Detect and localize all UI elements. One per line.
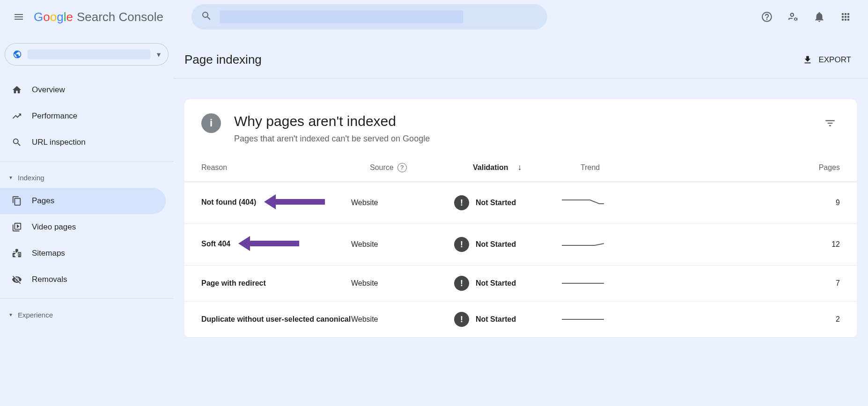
trend-sparkline: [562, 278, 641, 289]
sidebar-item-overview[interactable]: Overview: [0, 77, 166, 103]
card-title: Why pages aren't indexed: [234, 113, 820, 129]
alert-icon: !: [454, 237, 469, 252]
table-row[interactable]: Page with redirect Website ! Not Started…: [184, 266, 857, 302]
bell-icon: [813, 11, 825, 23]
notifications-button[interactable]: [808, 6, 831, 28]
reason-label: Duplicate without user-selected canonica…: [201, 315, 351, 324]
alert-icon: !: [454, 312, 469, 327]
menu-icon: [13, 11, 24, 22]
column-validation[interactable]: Validation ↓: [473, 162, 581, 172]
sidebar: ▾ Overview Performance URL inspection ▾ …: [0, 34, 173, 406]
users-settings-button[interactable]: [782, 6, 804, 28]
table-row[interactable]: Soft 404 Website ! Not Started 12: [184, 224, 857, 266]
sitemap-icon: [11, 248, 22, 258]
trend-sparkline: [562, 197, 641, 208]
pages-count: 9: [641, 199, 840, 207]
source-label: Website: [351, 315, 454, 324]
indexing-reasons-card: i Why pages aren't indexed Pages that ar…: [184, 99, 857, 338]
trend-sparkline: [562, 314, 641, 325]
search-icon: [11, 137, 22, 148]
validation-status: ! Not Started: [454, 276, 562, 291]
search-bar[interactable]: [191, 4, 547, 30]
section-header-experience[interactable]: ▾ Experience: [0, 304, 173, 325]
sidebar-item-label: Removals: [32, 275, 67, 284]
chevron-down-icon: ▾: [9, 311, 12, 318]
export-button[interactable]: EXPORT: [802, 55, 851, 65]
sidebar-item-label: URL inspection: [32, 138, 86, 147]
person-gear-icon: [787, 11, 799, 23]
chevron-down-icon: ▾: [9, 174, 12, 181]
globe-icon: [13, 50, 22, 59]
sidebar-item-sitemaps[interactable]: Sitemaps: [0, 240, 166, 266]
home-icon: [11, 85, 22, 95]
sidebar-item-label: Video pages: [32, 222, 76, 232]
section-label: Experience: [18, 311, 53, 319]
main-content: Page indexing EXPORT i Why pages aren't …: [173, 34, 868, 406]
sort-arrow-icon: ↓: [518, 162, 522, 172]
sidebar-item-label: Overview: [32, 85, 65, 95]
dropdown-icon: ▾: [157, 50, 161, 59]
sidebar-item-url-inspection[interactable]: URL inspection: [0, 129, 166, 155]
annotation-arrow: [264, 192, 325, 213]
section-label: Indexing: [18, 174, 44, 182]
pages-icon: [11, 196, 22, 206]
hamburger-menu-button[interactable]: [7, 6, 30, 28]
apps-button[interactable]: [834, 6, 857, 28]
export-label: EXPORT: [818, 55, 851, 65]
video-icon: [11, 222, 22, 232]
sidebar-item-label: Pages: [32, 196, 54, 206]
help-icon: [761, 11, 773, 23]
reason-label: Soft 404: [201, 240, 230, 248]
table-row[interactable]: Not found (404) Website ! Not Started 9: [184, 182, 857, 224]
pages-count: 7: [641, 279, 840, 288]
help-button[interactable]: [756, 6, 778, 28]
app-header: Google Search Console: [0, 0, 868, 34]
product-name: Search Console: [77, 10, 163, 24]
trend-sparkline: [562, 239, 641, 250]
info-icon: i: [201, 113, 221, 133]
validation-status: ! Not Started: [454, 237, 562, 252]
source-label: Website: [351, 279, 454, 288]
filter-button[interactable]: [820, 113, 840, 135]
column-pages[interactable]: Pages: [660, 163, 840, 172]
search-input-redacted[interactable]: [220, 10, 463, 23]
property-selector[interactable]: ▾: [5, 43, 169, 66]
alert-icon: !: [454, 276, 469, 291]
source-label: Website: [351, 199, 454, 207]
visibility-off-icon: [11, 274, 22, 285]
reason-label: Not found (404): [201, 198, 256, 206]
sidebar-item-label: Performance: [32, 111, 77, 121]
reasons-table: Reason Source ? Validation ↓ Trend Pages: [184, 153, 857, 338]
header-actions: [756, 6, 857, 28]
alert-icon: !: [454, 195, 469, 210]
table-header: Reason Source ? Validation ↓ Trend Pages: [184, 153, 857, 182]
card-header: i Why pages aren't indexed Pages that ar…: [184, 99, 857, 153]
reason-label: Page with redirect: [201, 279, 351, 288]
section-header-indexing[interactable]: ▾ Indexing: [0, 167, 173, 188]
property-name-redacted: [28, 50, 150, 59]
sidebar-item-performance[interactable]: Performance: [0, 103, 166, 129]
sidebar-item-removals[interactable]: Removals: [0, 266, 166, 293]
pages-count: 2: [641, 315, 840, 324]
table-row[interactable]: Duplicate without user-selected canonica…: [184, 302, 857, 338]
annotation-arrow: [238, 234, 299, 255]
pages-count: 12: [641, 240, 840, 249]
validation-status: ! Not Started: [454, 195, 562, 210]
sidebar-item-video-pages[interactable]: Video pages: [0, 214, 166, 240]
search-icon: [201, 10, 212, 23]
page-header: Page indexing EXPORT: [173, 34, 868, 79]
google-logo: Google: [34, 10, 73, 24]
card-subtitle: Pages that aren't indexed can't be serve…: [234, 134, 820, 144]
trend-icon: [11, 111, 22, 121]
sidebar-item-pages[interactable]: Pages: [0, 188, 166, 214]
column-source[interactable]: Source ?: [370, 163, 473, 172]
column-trend[interactable]: Trend: [581, 163, 660, 172]
sidebar-item-label: Sitemaps: [32, 249, 65, 258]
source-label: Website: [351, 240, 454, 249]
validation-status: ! Not Started: [454, 312, 562, 327]
help-icon[interactable]: ?: [397, 163, 407, 172]
column-reason[interactable]: Reason: [201, 163, 370, 172]
logo[interactable]: Google Search Console: [34, 10, 163, 24]
page-title: Page indexing: [184, 52, 262, 67]
download-icon: [802, 55, 813, 65]
